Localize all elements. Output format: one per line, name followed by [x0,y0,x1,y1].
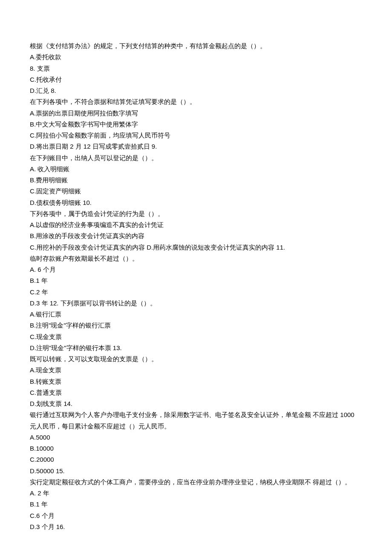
text-line: 在下列各项中，不符合票据和结算凭证填写要求的是（）。 [30,96,362,107]
text-line: 根据《支付结算办法》的规定，下列支付结算的种类中，有结算金额起点的是（）。 [30,40,362,52]
text-line: C.2 年 [30,287,362,298]
text-line: B.1 年 [30,499,362,510]
text-line: D.50000 15. [30,466,362,477]
text-line: C.托收承付 [30,74,362,85]
text-line: D.3 年 12. 下列票据可以背书转让的是（）。 [30,298,362,309]
text-line: C.普通支票 [30,387,362,398]
text-line: C.用挖补的手段改变会计凭证真实的内容 D.用药水腐蚀的说短改变会计凭证真实的内… [30,242,362,253]
text-line: A.5000 [30,432,362,443]
text-line: 下列各项中，属于伪造会计凭证的行为是（）。 [30,208,362,219]
text-line: B.费用明细账 [30,175,362,186]
text-line: A.委托收款 [30,52,362,63]
text-line: B.1 年 [30,275,362,286]
text-line: A.银行汇票 [30,309,362,320]
document-body: 根据《支付结算办法》的规定，下列支付结算的种类中，有结算金额起点的是（）。A.委… [30,40,362,532]
text-line: A.以虚假的经济业务事项编造不真实的会计凭证 [30,219,362,230]
text-line: A. 收入明细账 [30,164,362,175]
text-line: A.现金支票 [30,365,362,376]
text-line: C.20000 [30,454,362,465]
text-line: D.将出票日期 2 月 12 日写成零贰壹拾贰日 9. [30,141,362,152]
text-line: 8. 支票 [30,63,362,74]
text-line: 实行定期定额征收方式的个体工商户，需要停业的，应当在停业前办理停业登记，纳税人停… [30,477,362,488]
text-line: C.现金支票 [30,331,362,342]
text-line: D.注明"现金"字样的银行本票 13. [30,342,362,354]
text-line: D.划线支票 14. [30,398,362,409]
text-line: D.3 个月 16. [30,521,362,532]
text-line: 银行通过互联网为个人客户办理电子支付业务，除采用数字证书、电子签名及安全认证外，… [30,409,362,432]
text-line: B.中文大写金额数字书写中使用繁体字 [30,119,362,130]
text-line: B.10000 [30,443,362,454]
text-line: C.6 个月 [30,510,362,521]
text-line: A.票据的出票日期使用阿拉伯数字填写 [30,108,362,119]
text-line: B.转账支票 [30,376,362,387]
text-line: A. 6 个月 [30,264,362,275]
text-line: 在下列账目中，出纳人员可以登记的是（）。 [30,152,362,164]
text-line: B.注明"现金"字样的银行汇票 [30,320,362,331]
text-line: D.汇兑 8. [30,85,362,96]
text-line: B.用涂改的手段改变会计凭证真实的内容 [30,230,362,242]
text-line: 既可以转账，又可以支取现金的支票是（）。 [30,354,362,365]
text-line: A. 2 年 [30,488,362,499]
text-line: 临时存款账户有效期最长不超过（）。 [30,253,362,264]
text-line: D.债权债务明细账 10. [30,197,362,208]
text-line: C.固定资产明细账 [30,186,362,197]
text-line: C.阿拉伯小写金额数字前面，均应填写人民币符号 [30,130,362,141]
